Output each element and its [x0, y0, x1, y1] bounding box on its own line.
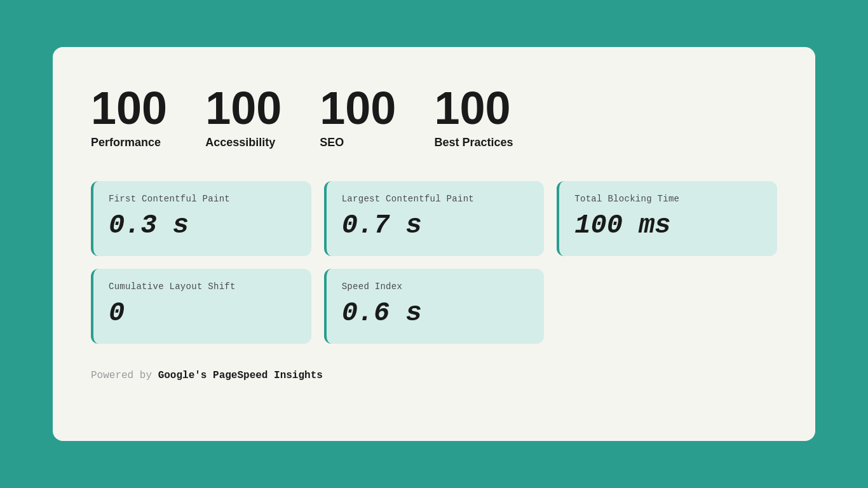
metric-cls-value: 0 [109, 298, 296, 329]
metric-cls: Cumulative Layout Shift 0 [91, 269, 311, 344]
footer-prefix: Powered by [91, 370, 152, 381]
footer-brand: Google's PageSpeed Insights [158, 370, 323, 381]
metric-lcp-title: Largest Contentful Paint [342, 194, 529, 204]
score-seo-label: SEO [320, 136, 396, 149]
score-performance-label: Performance [91, 136, 167, 149]
score-seo: 100 SEO [320, 85, 396, 149]
footer-text: Powered by Google's PageSpeed Insights [91, 370, 323, 381]
metric-tbt-value: 100 ms [574, 210, 762, 241]
metric-lcp-value: 0.7 s [342, 210, 529, 241]
metric-si-title: Speed Index [342, 281, 529, 292]
score-best-practices-number: 100 [434, 85, 513, 131]
metrics-row-1: First Contentful Paint 0.3 s Largest Con… [91, 181, 777, 256]
score-accessibility: 100 Accessibility [205, 85, 281, 149]
metric-fcp-value: 0.3 s [109, 210, 296, 241]
score-best-practices: 100 Best Practices [434, 85, 513, 149]
metric-cls-title: Cumulative Layout Shift [109, 281, 296, 292]
score-best-practices-label: Best Practices [434, 136, 513, 149]
metric-empty [557, 269, 777, 344]
score-performance: 100 Performance [91, 85, 167, 149]
metric-tbt-title: Total Blocking Time [574, 194, 762, 204]
scores-row: 100 Performance 100 Accessibility 100 SE… [91, 85, 777, 149]
score-seo-number: 100 [320, 85, 396, 131]
main-card: 100 Performance 100 Accessibility 100 SE… [53, 47, 815, 441]
footer: Powered by Google's PageSpeed Insights [91, 369, 777, 381]
metric-tbt: Total Blocking Time 100 ms [557, 181, 777, 256]
metric-si: Speed Index 0.6 s [324, 269, 545, 344]
score-accessibility-label: Accessibility [205, 136, 281, 149]
metric-fcp: First Contentful Paint 0.3 s [91, 181, 311, 256]
metric-lcp: Largest Contentful Paint 0.7 s [324, 181, 545, 256]
score-accessibility-number: 100 [205, 85, 281, 131]
metric-si-value: 0.6 s [342, 298, 529, 329]
metrics-row-2: Cumulative Layout Shift 0 Speed Index 0.… [91, 269, 777, 344]
score-performance-number: 100 [91, 85, 167, 131]
metric-fcp-title: First Contentful Paint [109, 194, 296, 204]
